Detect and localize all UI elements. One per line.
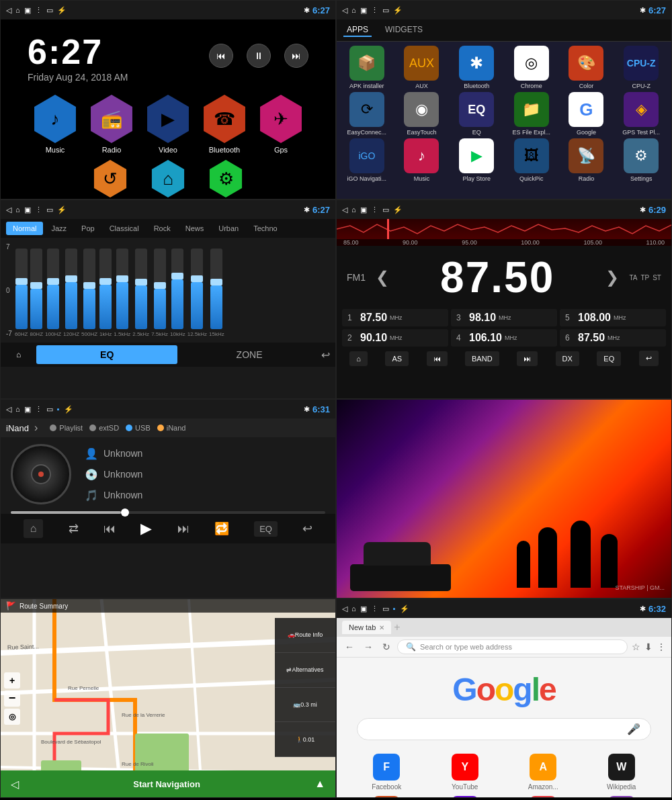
gpstest-icon[interactable]: ◈ — [624, 92, 659, 127]
eq-back-btn[interactable]: ↩ — [321, 349, 330, 361]
music-prev-btn[interactable]: ⏮ — [103, 522, 116, 536]
app-chrome[interactable]: ◎ Chrome — [505, 46, 558, 89]
bluetooth-hex[interactable]: ☎ — [200, 95, 249, 143]
eq-icon[interactable]: EQ — [459, 92, 494, 127]
settings-hex[interactable]: ⚙ — [207, 160, 245, 197]
espn-icon[interactable]: E — [373, 796, 400, 798]
music-progress-bar[interactable] — [11, 511, 325, 514]
slider-60hz[interactable]: 60HZ — [15, 249, 28, 337]
quickpic-icon[interactable]: 🖼 — [514, 138, 549, 173]
radio-prev-btn[interactable]: ❮ — [369, 268, 396, 287]
app-quickpic[interactable]: 🖼 QuickPic — [505, 138, 558, 182]
music-play-btn[interactable]: ▶ — [140, 520, 152, 537]
music-next-btn[interactable]: ⏭ — [177, 522, 190, 536]
menu-icon[interactable]: ⋮ — [35, 206, 42, 214]
app-gpstest[interactable]: ◈ GPS Test Pl... — [615, 92, 667, 136]
radio-dx-btn[interactable]: DX — [556, 351, 579, 366]
chrome-download-btn[interactable]: ⬇ — [644, 641, 653, 652]
slider-thumb-1khz[interactable] — [99, 278, 112, 285]
app-playstore[interactable]: ▶ Play Store — [450, 138, 503, 182]
back-hex[interactable]: ↺ — [91, 160, 129, 197]
slider-thumb-15k[interactable] — [210, 279, 222, 285]
next-btn[interactable]: ⏭ — [284, 44, 308, 68]
slider-75khz[interactable]: 7.5kHz — [151, 249, 168, 337]
bt-icon[interactable]: ✱ — [459, 46, 494, 81]
radio-band-btn[interactable]: BAND — [465, 351, 499, 366]
home-icon[interactable]: ⌂ — [15, 405, 20, 413]
gps-hex[interactable]: ✈ — [257, 95, 305, 143]
app-easytouch[interactable]: ◉ EasyTouch — [396, 92, 448, 136]
eq-tab-normal[interactable]: Normal — [6, 222, 43, 235]
shortcut-youtube[interactable]: Y YouTube — [429, 754, 502, 791]
radio-next-btn[interactable]: ❯ — [599, 268, 626, 287]
recent-icon[interactable]: ▣ — [24, 206, 31, 214]
music-shuffle-btn[interactable]: ⇄ — [69, 521, 79, 536]
youtube-icon[interactable]: Y — [452, 754, 478, 781]
slider-thumb-120hz[interactable] — [65, 275, 77, 282]
slider-track-15k[interactable] — [210, 249, 222, 329]
source-usb[interactable]: USB — [126, 424, 151, 432]
slider-track-120hz[interactable] — [65, 249, 77, 329]
recent-icon[interactable]: ▣ — [24, 6, 31, 15]
wikipedia-icon[interactable]: W — [608, 754, 635, 781]
app-bluetooth[interactable]: ☎ Bluetooth — [200, 95, 249, 154]
color-icon[interactable]: 🎨 — [569, 46, 603, 81]
chrome-back-btn[interactable]: ← — [342, 640, 357, 654]
chrome-forward-btn[interactable]: → — [361, 640, 376, 654]
aux-icon[interactable]: AUX — [404, 46, 439, 81]
slider-track-500hz[interactable] — [83, 249, 95, 329]
shortcut-wikipedia[interactable]: W Wikipedia — [585, 754, 659, 791]
slider-track-75khz[interactable] — [154, 249, 166, 329]
back-icon[interactable]: ◁ — [342, 6, 347, 15]
preset-6[interactable]: 6 87.50 MHz — [560, 329, 666, 347]
slider-thumb-10khz[interactable] — [171, 273, 183, 279]
radio2-icon[interactable]: 📡 — [569, 138, 603, 173]
slider-15khz[interactable]: 1.5kHz — [114, 249, 130, 337]
radio-back-btn[interactable]: ↩ — [639, 351, 659, 366]
eq-tab-urban[interactable]: Urban — [212, 222, 245, 235]
radio-eq-btn[interactable]: EQ — [597, 351, 621, 366]
easytouch-icon[interactable]: ◉ — [404, 92, 439, 127]
shortcut-amazon[interactable]: A Amazon... — [507, 754, 580, 791]
app-settings[interactable]: ⚙ — [207, 160, 245, 197]
source-expand-icon[interactable]: › — [34, 422, 38, 434]
slider-125khz[interactable]: 12.5kHz — [187, 249, 207, 337]
slider-track-15khz[interactable] — [116, 249, 128, 329]
shortcut-yahoo[interactable]: Y Yahoo — [429, 796, 502, 798]
slider-25khz[interactable]: 2.5kHz — [132, 249, 149, 337]
music-eq-btn[interactable]: EQ — [254, 521, 278, 537]
menu-icon[interactable]: ⋮ — [371, 206, 378, 214]
eq-mode-btn[interactable]: EQ — [36, 345, 177, 364]
recent-icon[interactable]: ▣ — [360, 206, 367, 214]
app-cpuz[interactable]: CPU-Z CPU-Z — [615, 46, 667, 89]
chrome-tab-newtab[interactable]: New tab ✕ — [342, 621, 391, 634]
recent-icon[interactable]: ▣ — [360, 6, 367, 15]
slider-thumb-100hz[interactable] — [47, 278, 59, 285]
back-icon[interactable]: ◁ — [342, 605, 347, 613]
pause-btn[interactable]: ⏸ — [247, 44, 271, 68]
nav-alternatives-btn[interactable]: ⇌ Alternatives — [275, 653, 335, 688]
music-home-btn[interactable]: ⌂ — [24, 519, 44, 538]
slider-thumb-75khz[interactable] — [154, 282, 166, 289]
menu-icon[interactable]: ⋮ — [35, 405, 42, 414]
app-bluetooth-icon[interactable]: ✱ Bluetooth — [450, 46, 503, 89]
slider-track-10khz[interactable] — [171, 249, 183, 329]
shortcut-ebay[interactable]: E eBay — [507, 796, 580, 798]
slider-track-25khz[interactable] — [135, 249, 147, 329]
slider-track-125khz[interactable] — [191, 249, 203, 329]
home-icon[interactable]: ⌂ — [15, 6, 20, 14]
slider-120hz[interactable]: 120HZ — [63, 249, 79, 337]
home-icon[interactable]: ⌂ — [351, 605, 356, 613]
amazon-icon[interactable]: A — [530, 754, 556, 781]
slider-thumb-125khz[interactable] — [191, 275, 203, 282]
source-playlist[interactable]: Playlist — [50, 424, 83, 432]
zoom-out-btn[interactable]: − — [4, 691, 20, 707]
app-radio[interactable]: 📻 Radio — [87, 95, 136, 154]
shortcut-facebook[interactable]: F Facebook — [350, 754, 423, 791]
source-extsd[interactable]: extSD — [89, 424, 119, 432]
radio-as-btn[interactable]: AS — [385, 351, 409, 366]
apk-icon[interactable]: 📦 — [349, 46, 384, 81]
app-music[interactable]: ♪ Music — [31, 95, 79, 154]
slider-thumb-60hz[interactable] — [15, 278, 28, 285]
back-icon[interactable]: ◁ — [6, 6, 11, 15]
